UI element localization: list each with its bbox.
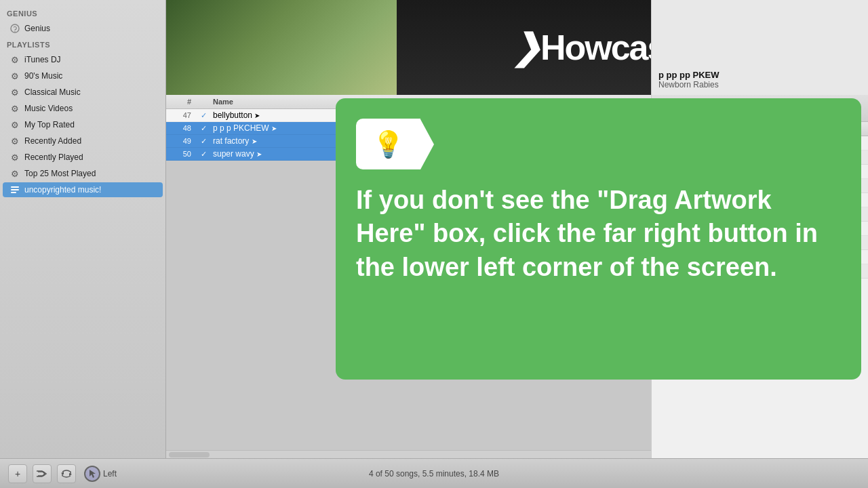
arrow-badge-icon: ➤ — [254, 112, 260, 119]
sidebar-item-genius[interactable]: Genius — [3, 21, 163, 36]
row-check: ✓ — [197, 124, 210, 133]
horizontal-scrollbar[interactable] — [166, 450, 651, 458]
sidebar-item-my-top-rated[interactable]: My Top Rated — [3, 117, 163, 132]
repeat-button[interactable] — [57, 464, 76, 483]
recently-added-label: Recently Added — [24, 136, 81, 146]
genius-icon — [9, 23, 20, 34]
main-content: ❯Howcast.com p pp pp PKEW Newborn Rabies… — [166, 0, 868, 458]
arrow-badge-icon: ➤ — [252, 138, 257, 145]
itunes-dj-label: iTunes DJ — [24, 55, 61, 64]
90s-music-icon — [9, 70, 20, 81]
svg-rect-2 — [11, 186, 19, 188]
music-videos-icon — [9, 103, 20, 114]
genius-section: GENIUS — [0, 5, 165, 20]
sidebar-item-uncopyrighted[interactable]: uncopyrighted music! — [3, 182, 163, 197]
my-top-rated-label: My Top Rated — [24, 120, 75, 129]
bottom-bar: + Left 4 of 50 songs, 5.5 minutes, 18.4 … — [0, 458, 868, 488]
sidebar-item-recently-played[interactable]: Recently Played — [3, 150, 163, 165]
music-videos-label: Music Videos — [24, 104, 73, 113]
tooltip-overlay: 💡 If you don't see the "Drag Artwork Her… — [336, 98, 861, 380]
top-area: ❯Howcast.com p pp pp PKEW Newborn Rabies — [166, 0, 868, 95]
howcast-arrow: ❯ — [512, 28, 540, 67]
recently-played-icon — [9, 152, 20, 163]
lightbulb-shape: 💡 — [356, 119, 420, 169]
lightbulb-icon: 💡 — [372, 129, 404, 159]
now-playing-panel: p pp pp PKEW Newborn Rabies — [651, 0, 868, 95]
svg-point-1 — [14, 31, 15, 32]
sidebar-item-top-25-most-played[interactable]: Top 25 Most Played — [3, 166, 163, 181]
playlists-header: PLAYLISTS — [0, 37, 165, 52]
recently-added-icon — [9, 136, 20, 146]
svg-rect-3 — [11, 189, 19, 190]
sidebar-item-classical-music[interactable]: Classical Music — [3, 85, 163, 100]
sidebar: GENIUS Genius PLAYLISTS iTunes DJ 90's M… — [0, 0, 166, 458]
svg-rect-4 — [11, 192, 16, 193]
repeat-icon — [61, 469, 72, 479]
col-check-header — [197, 98, 210, 106]
my-top-rated-icon — [9, 119, 20, 130]
sidebar-item-music-videos[interactable]: Music Videos — [3, 101, 163, 116]
col-num-header: # — [166, 98, 197, 106]
row-num: 47 — [166, 111, 197, 119]
itunes-dj-icon — [9, 54, 20, 65]
video-thumbnail — [166, 0, 397, 95]
sidebar-item-itunes-dj[interactable]: iTunes DJ — [3, 52, 163, 67]
shuffle-button[interactable] — [33, 464, 52, 483]
status-bar: 4 of 50 songs, 5.5 minutes, 18.4 MB — [369, 469, 499, 479]
genius-label: Genius — [24, 24, 50, 33]
cursor-label: Left — [103, 469, 117, 479]
row-check: ✓ — [197, 150, 210, 159]
top-25-icon — [9, 168, 20, 179]
arrow-badge-icon: ➤ — [271, 125, 277, 132]
classical-music-label: Classical Music — [24, 87, 81, 97]
shuffle-icon — [37, 470, 47, 478]
row-num: 48 — [166, 124, 197, 132]
row-num: 50 — [166, 150, 197, 158]
overlay-message: If you don't see the "Drag Artwork Here"… — [356, 184, 841, 284]
classical-music-icon — [9, 87, 20, 98]
sidebar-item-90s-music[interactable]: 90's Music — [3, 68, 163, 83]
scrollbar-thumb[interactable] — [169, 452, 210, 458]
recently-played-label: Recently Played — [24, 152, 83, 162]
arrow-badge-icon: ➤ — [256, 150, 262, 158]
row-check: ✓ — [197, 111, 210, 120]
now-playing-artist: Newborn Rabies — [658, 80, 861, 89]
now-playing-track: p pp pp PKEW — [658, 70, 861, 80]
row-check: ✓ — [197, 137, 210, 146]
row-num: 49 — [166, 137, 197, 145]
top-25-label: Top 25 Most Played — [24, 169, 96, 178]
sidebar-item-recently-added[interactable]: Recently Added — [3, 134, 163, 148]
90s-music-label: 90's Music — [24, 71, 62, 81]
uncopyrighted-label: uncopyrighted music! — [24, 185, 101, 195]
app-container: GENIUS Genius PLAYLISTS iTunes DJ 90's M… — [0, 0, 868, 458]
cursor-icon — [84, 466, 100, 482]
add-button[interactable]: + — [8, 464, 27, 483]
lightbulb-container: 💡 — [356, 119, 424, 173]
uncopyrighted-icon — [9, 184, 20, 195]
cursor-indicator: Left — [84, 466, 117, 482]
